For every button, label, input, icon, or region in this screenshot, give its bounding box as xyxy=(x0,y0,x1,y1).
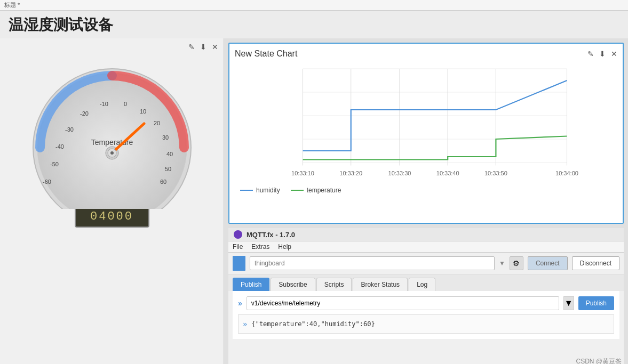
svg-text:10:33:50: 10:33:50 xyxy=(484,170,507,176)
mqtt-gear-button[interactable]: ⚙ xyxy=(510,256,523,270)
dropdown-arrow[interactable]: ▼ xyxy=(499,260,505,267)
chart-close-icon[interactable]: ✕ xyxy=(611,50,617,58)
mqtt-topic-input[interactable] xyxy=(247,296,559,310)
chart-title: New State Chart xyxy=(235,49,297,59)
gauge-close-icon[interactable]: ✕ xyxy=(212,43,218,51)
chart-legend: humidity temperature xyxy=(235,187,617,194)
top-bar: 标题 * xyxy=(0,0,628,11)
tab-scripts[interactable]: Scripts xyxy=(316,278,352,291)
payload-arrow-icon: » xyxy=(243,320,247,328)
svg-text:10:33:20: 10:33:20 xyxy=(339,170,362,176)
legend-temperature: temperature xyxy=(291,187,341,194)
mqtt-publish-button[interactable]: Publish xyxy=(578,296,614,310)
mqtt-doc-icon xyxy=(233,256,245,271)
svg-text:10:34:00: 10:34:00 xyxy=(555,170,578,176)
content-area: ✎ ⬇ ✕ - xyxy=(0,38,628,364)
gauge-download-icon[interactable]: ⬇ xyxy=(200,43,206,51)
page-title: 温湿度测试设备 xyxy=(0,11,628,38)
topic-arrow-icon: » xyxy=(238,299,242,308)
svg-text:-30: -30 xyxy=(65,126,74,133)
gauge-display: 04000 xyxy=(75,206,149,228)
svg-text:-40: -40 xyxy=(55,143,64,150)
svg-text:-50: -50 xyxy=(50,161,59,167)
svg-text:20: 20 xyxy=(153,120,160,126)
mqtt-menu-extras[interactable]: Extras xyxy=(251,243,269,250)
mqtt-menubar: File Extras Help xyxy=(228,241,624,253)
legend-humidity-line xyxy=(240,190,253,191)
svg-text:-20: -20 xyxy=(80,110,89,117)
chart-edit-icon[interactable]: ✎ xyxy=(587,50,594,58)
chart-svg: 10:33:10 10:33:20 10:33:30 10:33:40 10:3… xyxy=(235,63,617,180)
svg-text:60: 60 xyxy=(160,179,166,185)
mqtt-topic-row: » ▼ Publish xyxy=(238,296,614,310)
mqtt-panel: MQTT.fx - 1.7.0 File Extras Help ▼ ⚙ Con… xyxy=(228,228,624,364)
chart-download-icon[interactable]: ⬇ xyxy=(599,50,606,58)
svg-text:10:33:30: 10:33:30 xyxy=(388,170,411,176)
chart-widget: New State Chart ✎ ⬇ ✕ xyxy=(228,43,624,224)
tab-publish[interactable]: Publish xyxy=(233,278,269,291)
gauge-svg: -60 -50 -40 -30 -20 -10 0 10 20 30 xyxy=(27,60,197,209)
tab-log[interactable]: Log xyxy=(409,278,435,291)
mqtt-disconnect-button[interactable]: Disconnect xyxy=(572,256,619,270)
svg-text:10: 10 xyxy=(139,108,146,115)
mqtt-app-icon xyxy=(234,230,242,239)
gauge-panel: ✎ ⬇ ✕ - xyxy=(0,38,224,364)
mqtt-app-name: MQTT.fx - 1.7.0 xyxy=(247,231,295,239)
watermark: CSDN @黄豆爸 xyxy=(576,357,622,364)
tab-subscribe[interactable]: Subscribe xyxy=(271,278,315,291)
chart-header: New State Chart ✎ ⬇ ✕ xyxy=(235,49,617,59)
svg-text:-10: -10 xyxy=(100,101,108,107)
legend-temperature-label: temperature xyxy=(307,187,341,194)
topic-dropdown[interactable]: ▼ xyxy=(563,296,574,310)
mqtt-menu-file[interactable]: File xyxy=(233,243,243,250)
svg-point-20 xyxy=(110,151,114,155)
mqtt-payload: » {"temperature":40,"humidity":60} xyxy=(238,314,614,334)
svg-text:50: 50 xyxy=(164,166,171,172)
tab-broker-status[interactable]: Broker Status xyxy=(353,278,408,291)
right-panel: New State Chart ✎ ⬇ ✕ xyxy=(224,38,628,364)
legend-temperature-line xyxy=(291,190,304,191)
gauge-panel-controls: ✎ ⬇ ✕ xyxy=(188,43,218,51)
legend-humidity-label: humidity xyxy=(256,187,280,194)
mqtt-titlebar: MQTT.fx - 1.7.0 xyxy=(228,228,624,241)
svg-text:40: 40 xyxy=(166,151,172,157)
mqtt-server-input[interactable] xyxy=(250,256,495,270)
mqtt-connect-button[interactable]: Connect xyxy=(528,256,568,270)
mqtt-tabs: Publish Subscribe Scripts Broker Status … xyxy=(228,274,624,291)
svg-text:10:33:10: 10:33:10 xyxy=(291,170,314,176)
svg-text:-60: -60 xyxy=(43,179,51,185)
svg-text:10:33:40: 10:33:40 xyxy=(436,170,459,176)
mqtt-menu-help[interactable]: Help xyxy=(278,243,291,250)
legend-humidity: humidity xyxy=(240,187,280,194)
tab-label: 标题 * xyxy=(4,2,20,8)
mqtt-payload-text: {"temperature":40,"humidity":60} xyxy=(251,320,375,328)
mqtt-content: » ▼ Publish » {"temperature":40,"humidit… xyxy=(233,291,619,339)
gauge-container: -60 -50 -40 -30 -20 -10 0 10 20 30 xyxy=(27,60,197,209)
gauge-edit-icon[interactable]: ✎ xyxy=(188,43,195,51)
svg-text:30: 30 xyxy=(162,134,168,141)
mqtt-toolbar: ▼ ⚙ Connect Disconnect xyxy=(228,253,624,274)
svg-text:0: 0 xyxy=(123,101,126,107)
chart-controls: ✎ ⬇ ✕ xyxy=(587,50,617,58)
